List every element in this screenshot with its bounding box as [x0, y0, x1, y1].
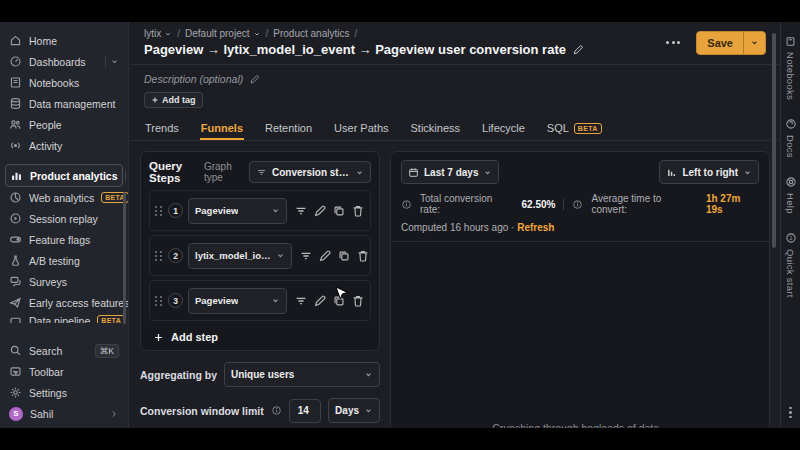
divider	[105, 56, 106, 68]
trash-icon[interactable]	[351, 204, 365, 218]
dashboards-expand[interactable]	[105, 56, 119, 68]
tab-funnels[interactable]: Funnels	[200, 118, 244, 140]
description-placeholder[interactable]: Description (optional)	[144, 73, 243, 85]
sidebar-item-label: Settings	[29, 387, 67, 399]
sidebar-item-toolbar[interactable]: Toolbar	[0, 361, 128, 382]
query-column: Query Steps Graph type Conversion steps	[140, 151, 380, 428]
total-conversion-label: Total conversion rate:	[420, 193, 514, 215]
avg-time-label: Average time to convert:	[591, 193, 697, 215]
sidebar-item-label: Feature flags	[29, 234, 90, 246]
edit-description-pencil-icon[interactable]	[249, 74, 260, 85]
sidebar-item-web-analytics[interactable]: Web analytics BETA	[0, 187, 128, 208]
conversion-window-input[interactable]: 14	[289, 399, 321, 423]
total-conversion-value: 62.50%	[522, 199, 556, 210]
top-header: lytix / Default project / Product analyt…	[130, 22, 780, 65]
sidebar-item-feature-flags[interactable]: Feature flags	[0, 229, 128, 250]
drag-handle-icon[interactable]	[155, 251, 163, 261]
refresh-link[interactable]: Refresh	[517, 222, 554, 233]
svg-text:2: 2	[789, 235, 792, 241]
add-step-button[interactable]: Add step	[149, 325, 371, 349]
step-event-select[interactable]: Pageview	[188, 198, 287, 224]
flask-icon	[9, 254, 22, 267]
sidebar-item-label: Search	[29, 345, 62, 357]
rocket-icon	[9, 296, 22, 309]
more-options-icon[interactable]	[662, 37, 684, 48]
drag-handle-icon[interactable]	[155, 296, 163, 306]
sidebar-item-settings[interactable]: Settings	[0, 382, 128, 403]
trash-icon[interactable]	[351, 294, 365, 308]
duplicate-icon[interactable]	[337, 249, 351, 263]
step-event-select[interactable]: Pageview	[188, 288, 287, 314]
content-scrollbar[interactable]	[772, 33, 776, 248]
graph-type-label: Graph type	[204, 161, 244, 183]
sidebar-item-early-access[interactable]: Early access features	[0, 292, 128, 313]
drag-handle-icon[interactable]	[155, 206, 163, 216]
filter-icon[interactable]	[294, 294, 308, 308]
chevron-down-icon	[164, 30, 172, 38]
edit-pencil-icon[interactable]	[318, 249, 332, 263]
sidebar-item-product-analytics[interactable]: Product analytics	[5, 164, 123, 187]
info-icon	[572, 199, 583, 210]
sidebar-item-activity[interactable]: Activity	[0, 135, 128, 156]
tab-stickiness[interactable]: Stickiness	[410, 118, 462, 140]
rail-item-quick-start[interactable]: 2 Quick start	[785, 232, 797, 298]
toolbar-icon	[9, 365, 22, 378]
sidebar-item-notebooks[interactable]: Notebooks	[0, 72, 128, 93]
direction-select[interactable]: Left to right	[659, 160, 759, 184]
sidebar-item-data-management[interactable]: Data management	[0, 93, 128, 114]
rail-item-notebooks[interactable]: Notebooks	[785, 36, 796, 100]
tab-trends[interactable]: Trends	[144, 118, 180, 140]
save-dropdown-chevron-icon[interactable]	[743, 32, 765, 54]
sidebar-scrollbar[interactable]	[123, 192, 126, 324]
play-circle-icon	[9, 212, 22, 225]
sidebar-item-search[interactable]: Search ⌘K	[0, 340, 128, 361]
breadcrumb-project[interactable]: Default project	[185, 28, 260, 39]
funnel-steps-icon	[256, 167, 267, 178]
conversion-window-unit-select[interactable]: Days	[328, 398, 380, 423]
rail-item-help[interactable]: Help	[785, 176, 797, 214]
sidebar-item-label: A/B testing	[29, 255, 80, 267]
sidebar-item-home[interactable]: Home	[0, 30, 128, 51]
save-button[interactable]: Save	[696, 31, 766, 55]
sidebar-item-profile[interactable]: S Sahil	[0, 403, 128, 424]
duplicate-icon[interactable]	[332, 294, 346, 308]
edit-title-pencil-icon[interactable]	[572, 44, 584, 56]
rail-item-docs[interactable]: Docs	[785, 118, 797, 158]
tab-lifecycle[interactable]: Lifecycle	[481, 118, 526, 140]
quick-start-progress-icon: 2	[785, 232, 797, 244]
add-tag-button[interactable]: Add tag	[144, 92, 203, 108]
step-number-badge: 2	[168, 248, 183, 263]
sidebar-footer: Search ⌘K Toolbar Settings S Sahil	[0, 338, 128, 424]
breadcrumb-org[interactable]: lytix	[144, 28, 172, 39]
home-icon	[9, 34, 22, 47]
tab-retention[interactable]: Retention	[264, 118, 313, 140]
step-event-select[interactable]: lytix_model_io_event	[188, 243, 292, 269]
sidebar-item-data-pipeline[interactable]: Data pipeline BETA	[0, 313, 128, 323]
new-insight-button[interactable]	[125, 170, 128, 182]
sidebar-item-session-replay[interactable]: Session replay	[0, 208, 128, 229]
filter-icon[interactable]	[299, 249, 313, 263]
sidebar-item-dashboards[interactable]: Dashboards	[0, 51, 128, 72]
people-icon	[9, 118, 22, 131]
edit-pencil-icon[interactable]	[313, 204, 327, 218]
sidebar-item-people[interactable]: People	[0, 114, 128, 135]
graph-type-select[interactable]: Conversion steps	[249, 161, 371, 183]
rail-kebab-icon[interactable]	[789, 407, 792, 419]
date-range-select[interactable]: Last 7 days	[401, 160, 499, 184]
surveys-icon	[9, 275, 22, 288]
duplicate-icon[interactable]	[332, 204, 346, 218]
sidebar-item-label: Product analytics	[30, 170, 118, 182]
docs-icon	[785, 118, 797, 130]
avg-time-value: 1h 27m 19s	[706, 193, 759, 215]
breadcrumb-section[interactable]: Product analytics	[273, 28, 349, 39]
edit-pencil-icon[interactable]	[313, 294, 327, 308]
insight-body: Query Steps Graph type Conversion steps	[130, 141, 780, 428]
sidebar-item-ab-testing[interactable]: A/B testing	[0, 250, 128, 271]
tab-sql[interactable]: SQL BETA	[546, 118, 603, 140]
results-panel: Last 7 days Left to right	[390, 151, 770, 428]
trash-icon[interactable]	[356, 249, 370, 263]
tab-user-paths[interactable]: User Paths	[333, 118, 389, 140]
filter-icon[interactable]	[294, 204, 308, 218]
aggregating-select[interactable]: Unique users	[224, 362, 380, 387]
sidebar-item-surveys[interactable]: Surveys	[0, 271, 128, 292]
